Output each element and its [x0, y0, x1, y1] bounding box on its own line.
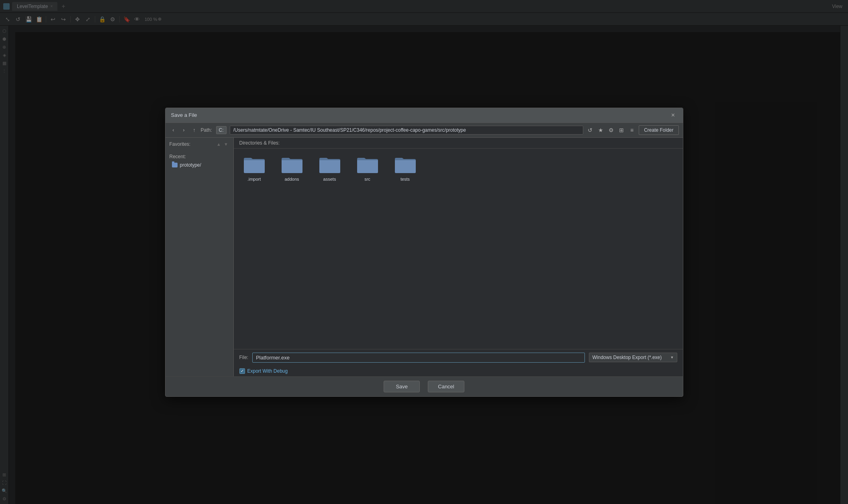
recent-section: Recent: prototype/	[166, 150, 233, 171]
folder-name-assets: assets	[323, 177, 336, 182]
cancel-button[interactable]: Cancel	[428, 381, 464, 392]
export-debug-checkbox[interactable]: ✓	[239, 368, 245, 374]
favorites-down-arrow[interactable]: ▼	[223, 141, 229, 147]
favorites-header: Favorites: ▲ ▼	[166, 141, 233, 150]
recent-item-label: prototype/	[180, 162, 201, 168]
path-list-icon[interactable]: ≡	[627, 126, 636, 135]
save-button[interactable]: Save	[384, 381, 420, 392]
path-star-icon[interactable]: ★	[596, 126, 605, 135]
dialog-close-button[interactable]: ×	[669, 111, 677, 119]
folder-icon-addons	[281, 155, 303, 174]
path-forward-button[interactable]: ›	[180, 126, 188, 134]
folder-item-addons[interactable]: addons	[278, 155, 306, 182]
file-name-input[interactable]	[252, 353, 584, 363]
dialog-overlay: Save a File × ‹ › ↑ Path: C: ↺ ★ ⚙ ⊞ ≡ C…	[0, 0, 848, 504]
recent-item-prototype[interactable]: prototype/	[170, 161, 229, 169]
favorites-arrows: ▲ ▼	[216, 141, 229, 147]
folder-item-src[interactable]: src	[354, 155, 382, 182]
folder-item-assets[interactable]: assets	[316, 155, 344, 182]
file-input-row: File: Windows Desktop Export (*.exe) All…	[234, 349, 683, 366]
favorites-up-arrow[interactable]: ▲	[216, 141, 222, 147]
files-section-label: Directories & Files:	[239, 140, 280, 146]
export-debug-label[interactable]: Export With Debug	[247, 368, 288, 374]
folder-item-import[interactable]: .import	[240, 155, 268, 182]
recent-folder-icon	[172, 163, 178, 167]
folder-icon-src	[356, 155, 379, 174]
file-label: File:	[239, 355, 249, 360]
path-field[interactable]	[230, 126, 584, 135]
dialog-titlebar: Save a File ×	[166, 108, 683, 123]
recent-label: Recent:	[170, 154, 229, 159]
create-folder-button[interactable]: Create Folder	[639, 125, 678, 135]
folder-name-addons: addons	[284, 177, 299, 182]
path-settings-icon[interactable]: ⚙	[607, 126, 615, 135]
path-back-button[interactable]: ‹	[170, 126, 178, 134]
dialog-footer: Save Cancel	[166, 376, 683, 396]
path-drive[interactable]: C:	[216, 126, 227, 134]
path-up-button[interactable]: ↑	[190, 126, 198, 134]
path-refresh-icon[interactable]: ↺	[586, 126, 595, 135]
favorites-panel: Favorites: ▲ ▼ Recent: prototype/	[166, 138, 234, 376]
folder-name-src: src	[364, 177, 370, 182]
export-debug-row: ✓ Export With Debug	[234, 366, 683, 376]
folder-item-tests[interactable]: tests	[391, 155, 419, 182]
folder-icon-tests	[394, 155, 417, 174]
path-bar: ‹ › ↑ Path: C: ↺ ★ ⚙ ⊞ ≡ Create Folder	[166, 123, 683, 138]
path-label: Path:	[201, 127, 212, 133]
folder-icon-import	[243, 155, 266, 174]
files-grid: .import addons	[234, 149, 683, 349]
file-type-select[interactable]: Windows Desktop Export (*.exe) All Files…	[589, 353, 677, 362]
files-area: Directories & Files: .import	[234, 138, 683, 376]
dialog-body: Favorites: ▲ ▼ Recent: prototype/	[166, 138, 683, 376]
favorites-label: Favorites:	[170, 141, 191, 147]
folder-name-import: .import	[247, 177, 261, 182]
folder-icon-assets	[319, 155, 341, 174]
path-toolbar-icons: ↺ ★ ⚙ ⊞ ≡	[586, 126, 636, 135]
check-mark-icon: ✓	[241, 369, 244, 373]
path-grid-icon[interactable]: ⊞	[617, 126, 626, 135]
file-type-wrapper: Windows Desktop Export (*.exe) All Files…	[589, 353, 677, 362]
save-file-dialog: Save a File × ‹ › ↑ Path: C: ↺ ★ ⚙ ⊞ ≡ C…	[165, 108, 683, 397]
folder-name-tests: tests	[401, 177, 410, 182]
files-header: Directories & Files:	[234, 138, 683, 149]
dialog-title: Save a File	[171, 112, 197, 118]
